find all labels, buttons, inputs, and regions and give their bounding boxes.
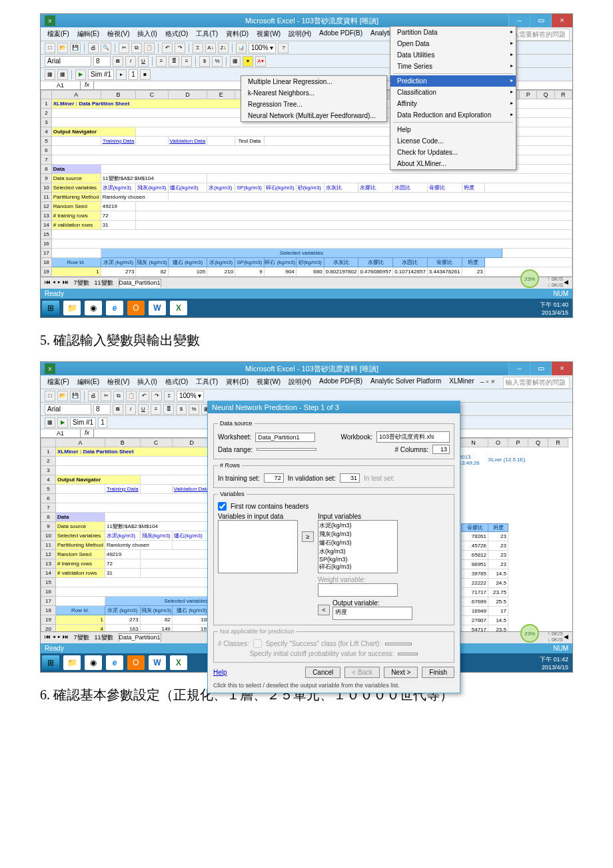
font-size-select[interactable]: 8 — [93, 404, 111, 415]
italic-icon[interactable]: I — [125, 404, 136, 415]
bold-icon[interactable]: B — [113, 56, 123, 67]
borders-icon[interactable]: ▦ — [230, 56, 241, 67]
name-box[interactable]: A1 — [41, 81, 81, 89]
undo-icon[interactable]: ↶ — [139, 391, 149, 401]
sheet-tab[interactable]: 11變數 — [95, 633, 113, 642]
sheet-tab[interactable]: 7變數 — [74, 633, 89, 642]
finish-button[interactable]: Finish — [422, 667, 454, 678]
redo-icon[interactable]: ↷ — [175, 43, 185, 53]
ie-icon[interactable]: e — [106, 301, 123, 315]
fill-color-icon[interactable]: ▾ — [243, 56, 253, 67]
submenu-item[interactable]: k-Nearest Neighbors... — [241, 87, 386, 99]
submenu-item[interactable]: Neural Network (MultiLayer Feedforward).… — [241, 110, 386, 121]
font-size-select[interactable]: 8 — [93, 56, 111, 67]
menu-view[interactable]: 檢視(V) — [105, 29, 132, 39]
menu-item[interactable]: Partition Data▸ — [390, 27, 516, 38]
align-center-icon[interactable]: ≣ — [163, 404, 174, 415]
menu-item[interactable]: Data Utilities▸ — [390, 49, 516, 61]
workbook-window-controls[interactable]: – ▫ × — [477, 377, 498, 386]
menu-item[interactable]: Time Series▸ — [390, 61, 516, 72]
chrome-icon[interactable]: ◉ — [85, 655, 102, 670]
tool-icon[interactable]: ▦ — [57, 69, 68, 80]
back-button[interactable]: < Back — [344, 667, 380, 678]
sim-count[interactable]: 1 — [129, 69, 138, 80]
fx-icon[interactable]: fx — [81, 429, 94, 437]
new-icon[interactable]: □ — [45, 43, 55, 53]
menu-help[interactable]: 說明(H) — [286, 377, 314, 387]
align-center-icon[interactable]: ≣ — [169, 56, 179, 67]
sim-select[interactable]: Sim #1 — [70, 417, 96, 428]
font-name-select[interactable]: Arial — [45, 56, 91, 67]
step-icon[interactable]: ▸ — [116, 69, 127, 80]
tab-nav[interactable]: ⏮ ◀ ▶ ⏭ — [45, 633, 69, 642]
menu-edit[interactable]: 編輯(E) — [75, 29, 102, 39]
move-right-button[interactable]: ≥ — [302, 531, 314, 542]
ie-icon[interactable]: e — [106, 655, 123, 670]
save-icon[interactable]: 💾 — [70, 391, 81, 401]
submenu-item[interactable]: Multiple Linear Regression... — [241, 76, 386, 87]
cancel-button[interactable]: Cancel — [305, 667, 340, 678]
first-row-checkbox[interactable] — [218, 502, 227, 511]
zoom-select[interactable]: 100% ▾ — [249, 43, 276, 53]
new-icon[interactable]: □ — [45, 391, 55, 401]
zoom-select[interactable]: 100% ▾ — [177, 391, 204, 401]
menu-help[interactable]: 說明(H) — [286, 29, 314, 39]
print-icon[interactable]: 🖨 — [88, 43, 99, 53]
sim-count[interactable]: 1 — [98, 417, 107, 428]
copy-icon[interactable]: ⧉ — [131, 43, 142, 53]
underline-icon[interactable]: U — [138, 56, 149, 67]
menu-edit[interactable]: 編輯(E) — [75, 377, 102, 387]
tool-icon[interactable]: ▦ — [45, 417, 55, 428]
menu-item[interactable]: License Code... — [390, 135, 516, 147]
menu-data[interactable]: 資料(D) — [223, 377, 251, 387]
paste-icon[interactable]: 📋 — [144, 43, 155, 53]
submenu-item[interactable]: Regression Tree... — [241, 99, 386, 110]
sheet-tab[interactable]: Data_Partition1 — [119, 279, 161, 287]
menu-data[interactable]: 資料(D) — [223, 29, 251, 39]
currency-icon[interactable]: $ — [176, 404, 187, 415]
menu-item[interactable]: Data Reduction and Exploration▸ — [390, 109, 516, 121]
open-icon[interactable]: 📂 — [57, 43, 68, 53]
menu-item[interactable]: Affinity▸ — [390, 98, 516, 109]
maximize-button[interactable]: ▭ — [530, 362, 551, 375]
copy-icon[interactable]: ⧉ — [113, 391, 124, 401]
menu-item[interactable]: About XLMiner... — [390, 158, 516, 169]
menu-adobe[interactable]: Adobe PDF(B) — [316, 29, 365, 39]
help-search-input[interactable]: 輸入需要解答的問題 — [503, 377, 570, 389]
minimize-button[interactable]: – — [508, 362, 530, 375]
word-icon[interactable]: W — [149, 655, 166, 670]
maximize-button[interactable]: ▭ — [530, 14, 551, 27]
explorer-icon[interactable]: 📁 — [63, 301, 81, 315]
italic-icon[interactable]: I — [125, 56, 136, 67]
menu-tools[interactable]: 工具(T) — [193, 29, 221, 39]
menu-window[interactable]: 視窗(W) — [254, 29, 283, 39]
play-icon[interactable]: ▶ — [75, 69, 86, 80]
menu-xlminer[interactable]: XLMiner — [446, 377, 476, 387]
menu-asp[interactable]: Analytic Solver Platform — [368, 377, 444, 387]
menu-insert[interactable]: 插入(I) — [135, 29, 159, 39]
autosum-icon[interactable]: Σ — [193, 43, 203, 53]
menu-format[interactable]: 格式(O) — [163, 29, 191, 39]
menu-format[interactable]: 格式(O) — [163, 377, 191, 387]
print-icon[interactable]: 🖨 — [88, 391, 99, 401]
align-left-icon[interactable]: ≡ — [156, 56, 167, 67]
start-icon[interactable]: ⊞ — [42, 655, 59, 670]
menu-tools[interactable]: 工具(T) — [193, 377, 221, 387]
excel-task-icon[interactable]: X — [170, 655, 187, 670]
menu-item[interactable]: Classification▸ — [390, 87, 516, 98]
close-button[interactable]: × — [551, 362, 572, 375]
menu-item[interactable]: Open Data▸ — [390, 38, 516, 49]
font-color-icon[interactable]: A▾ — [255, 56, 266, 67]
fx-icon[interactable]: fx — [81, 81, 94, 89]
menu-view[interactable]: 檢視(V) — [105, 377, 132, 387]
worksheet-select[interactable]: Data_Partition1 — [255, 433, 315, 442]
currency-icon[interactable]: $ — [199, 56, 210, 67]
data-range-input[interactable] — [257, 448, 316, 451]
open-icon[interactable]: 📂 — [57, 391, 68, 401]
name-box[interactable]: A1 — [41, 429, 81, 437]
menu-item[interactable]: Help — [390, 124, 516, 135]
sheet-tab[interactable]: 7變數 — [74, 279, 89, 287]
sort-desc-icon[interactable]: Z↓ — [218, 43, 229, 53]
weight-var-box[interactable] — [318, 583, 398, 597]
preview-icon[interactable]: 🔍 — [101, 43, 111, 53]
